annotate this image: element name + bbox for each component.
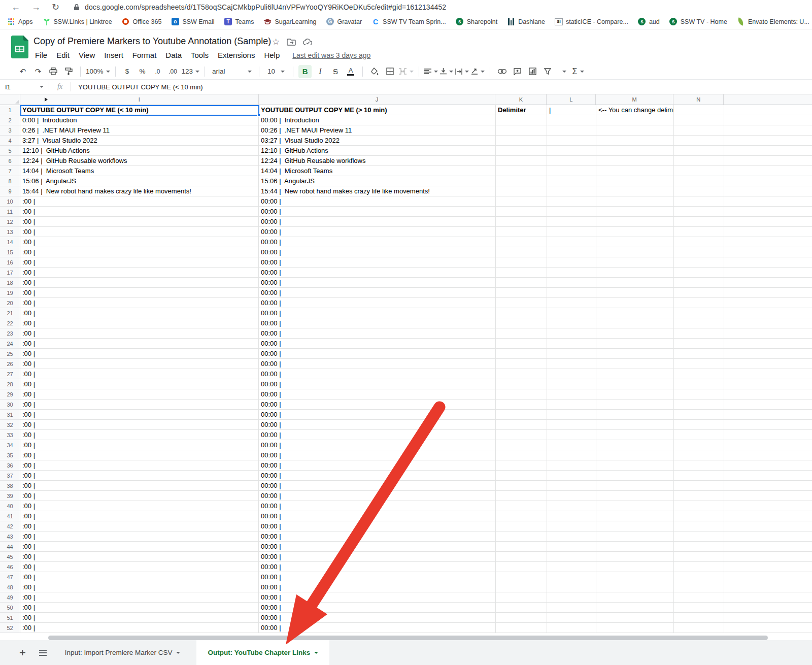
cell-N41[interactable] [674, 511, 724, 521]
cell-M14[interactable] [596, 237, 674, 247]
bookmark-item[interactable]: Dashlane [507, 18, 545, 26]
row-header-3[interactable]: 3 [0, 125, 20, 136]
cell-M16[interactable] [596, 257, 674, 268]
cell-K21[interactable] [496, 308, 547, 318]
cell-I24[interactable]: :00 | [20, 339, 259, 349]
bookmark-item[interactable]: CSSW TV Team Sprin... [371, 18, 446, 26]
cell-K51[interactable] [496, 613, 547, 623]
cell-blank[interactable] [724, 176, 812, 186]
italic-button[interactable]: I [314, 65, 327, 78]
cell-J28[interactable]: 00:00 | [259, 379, 496, 389]
cell-K52[interactable] [496, 623, 547, 633]
cell-J11[interactable]: 00:00 | [259, 207, 496, 217]
cell-J35[interactable]: 00:00 | [259, 450, 496, 460]
cell-M43[interactable] [596, 531, 674, 542]
reload-button[interactable]: ↻ [52, 3, 59, 12]
row-header-13[interactable]: 13 [0, 227, 20, 237]
cell-J21[interactable]: 00:00 | [259, 308, 496, 318]
cell-L18[interactable] [547, 278, 596, 288]
row-header-24[interactable]: 24 [0, 339, 20, 349]
cell-J2[interactable]: 00:00 | Introduction [259, 115, 496, 125]
cell-L23[interactable] [547, 328, 596, 339]
cell-blank[interactable] [724, 450, 812, 460]
cell-K17[interactable] [496, 268, 547, 278]
cell-J20[interactable]: 00:00 | [259, 298, 496, 308]
cell-M46[interactable] [596, 562, 674, 572]
cell-L19[interactable] [547, 288, 596, 298]
cell-N31[interactable] [674, 410, 724, 420]
cell-I20[interactable]: :00 | [20, 298, 259, 308]
row-header-49[interactable]: 49 [0, 592, 20, 603]
cell-K2[interactable] [496, 115, 547, 125]
column-header-N[interactable]: N [673, 94, 724, 105]
cell-I15[interactable]: :00 | [20, 247, 259, 257]
row-header-40[interactable]: 40 [0, 501, 20, 511]
cell-L46[interactable] [547, 562, 596, 572]
cell-K30[interactable] [496, 400, 547, 410]
cell-J41[interactable]: 00:00 | [259, 511, 496, 521]
cell-blank[interactable] [724, 531, 812, 542]
bookmark-item[interactable]: SSW.Links | Linktree [43, 18, 112, 26]
bookmark-item[interactable]: TTeams [224, 18, 254, 26]
cell-K7[interactable] [496, 166, 547, 176]
cell-M5[interactable] [596, 146, 674, 156]
row-header-31[interactable]: 31 [0, 410, 20, 420]
cell-I9[interactable]: 15:44 | New robot hand makes crazy life … [20, 186, 259, 196]
cell-J51[interactable]: 00:00 | [259, 613, 496, 623]
text-wrap-button[interactable] [455, 65, 469, 78]
cell-I22[interactable]: :00 | [20, 318, 259, 328]
cell-N14[interactable] [674, 237, 724, 247]
cell-J42[interactable]: 00:00 | [259, 521, 496, 531]
row-header-48[interactable]: 48 [0, 582, 20, 592]
cell-K5[interactable] [496, 146, 547, 156]
cell-K39[interactable] [496, 491, 547, 501]
google-sheets-logo[interactable] [11, 36, 28, 58]
cell-J43[interactable]: 00:00 | [259, 531, 496, 542]
cell-K34[interactable] [496, 440, 547, 450]
cell-J4[interactable]: 03:27 | Visual Studio 2022 [259, 136, 496, 146]
cell-M39[interactable] [596, 491, 674, 501]
cell-L32[interactable] [547, 420, 596, 430]
cell-J32[interactable]: 00:00 | [259, 420, 496, 430]
cell-N12[interactable] [674, 217, 724, 227]
cell-M12[interactable] [596, 217, 674, 227]
cell-L33[interactable] [547, 430, 596, 440]
cell-J23[interactable]: 00:00 | [259, 328, 496, 339]
cell-I17[interactable]: :00 | [20, 268, 259, 278]
row-header-34[interactable]: 34 [0, 440, 20, 450]
cell-J45[interactable]: 00:00 | [259, 552, 496, 562]
row-header-9[interactable]: 9 [0, 186, 20, 196]
cell-K29[interactable] [496, 389, 547, 400]
cell-M41[interactable] [596, 511, 674, 521]
cell-K45[interactable] [496, 552, 547, 562]
cell-N23[interactable] [674, 328, 724, 339]
cell-blank[interactable] [724, 278, 812, 288]
cell-I44[interactable]: :00 | [20, 542, 259, 552]
cell-blank[interactable] [724, 349, 812, 359]
cell-J31[interactable]: 00:00 | [259, 410, 496, 420]
cell-blank[interactable] [724, 592, 812, 603]
cell-M17[interactable] [596, 268, 674, 278]
cell-J7[interactable]: 14:04 | Microsoft Teams [259, 166, 496, 176]
cell-I29[interactable]: :00 | [20, 389, 259, 400]
cell-blank[interactable] [724, 481, 812, 491]
bookmark-item[interactable]: sSSW TV - Home [669, 18, 727, 26]
row-header-20[interactable]: 20 [0, 298, 20, 308]
row-header-6[interactable]: 6 [0, 156, 20, 166]
cell-J29[interactable]: 00:00 | [259, 389, 496, 400]
cell-J8[interactable]: 15:06 | AngularJS [259, 176, 496, 186]
cell-N48[interactable] [674, 582, 724, 592]
cell-J24[interactable]: 00:00 | [259, 339, 496, 349]
row-header-35[interactable]: 35 [0, 450, 20, 460]
cell-K43[interactable] [496, 531, 547, 542]
cell-N28[interactable] [674, 379, 724, 389]
last-edit-link[interactable]: Last edit was 3 days ago [292, 51, 370, 59]
cell-K20[interactable] [496, 298, 547, 308]
bookmark-item[interactable]: GGravatar [326, 18, 362, 26]
cell-M24[interactable] [596, 339, 674, 349]
cell-I8[interactable]: 15:06 | AngularJS [20, 176, 259, 186]
row-header-14[interactable]: 14 [0, 237, 20, 247]
row-header-5[interactable]: 5 [0, 146, 20, 156]
menu-view[interactable]: View [74, 49, 99, 61]
cell-blank[interactable] [724, 359, 812, 369]
